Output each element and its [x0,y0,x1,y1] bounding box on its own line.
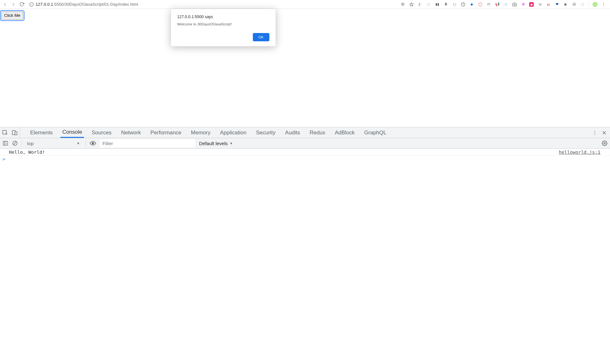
extension-icon[interactable]: ❤ [554,2,559,7]
extension-icon[interactable]: ◯ [478,2,483,7]
chrome-menu-icon[interactable] [601,2,606,7]
tab-performance[interactable]: Performance [149,127,183,138]
separator [86,140,86,146]
alert-title: 127.0.0.1:5500 says [177,15,269,19]
js-alert-dialog: 127.0.0.1:5500 says Welcome to 30DaysOfJ… [171,9,276,46]
svg-point-16 [594,132,595,133]
alert-actions: OK [177,33,269,41]
devtools-close-icon[interactable] [602,130,607,135]
dropdown-triangle-icon: ▼ [77,142,80,145]
tab-security[interactable]: Security [254,127,277,138]
extension-icon[interactable]: ▢ [452,2,457,7]
tab-application[interactable]: Application [218,127,248,138]
url-host: 127.0.0.1 [36,2,53,7]
tab-adblock[interactable]: AdBlock [333,127,357,138]
console-filter-input[interactable] [100,139,195,147]
extension-icon[interactable]: ✿ [521,2,526,7]
svg-point-9 [603,3,604,3]
alert-message: Welcome to 30DaysOfJavaScript! [177,22,269,26]
separator [22,140,22,146]
reload-button[interactable] [19,2,24,7]
site-info-icon[interactable] [29,2,34,7]
console-prompt[interactable]: > [0,156,610,163]
svg-point-17 [594,134,595,134]
separator [589,2,589,7]
svg-point-11 [603,5,604,6]
console-source-link[interactable]: helloworld.js:1 [559,150,606,155]
live-expression-eye-icon[interactable] [90,140,96,146]
extension-icon[interactable] [461,2,466,7]
back-button[interactable] [3,2,8,7]
extension-icon[interactable]: ◌ [426,2,431,7]
url-path: :5500/30DaysOfJavaScript/01-Day/index.ht… [53,2,138,7]
address-bar[interactable]: 127.0.0.1:5500/30DaysOfJavaScript/01-Day… [27,2,397,7]
tab-redux[interactable]: Redux [308,127,327,138]
extension-icon[interactable] [443,2,448,7]
console-message: Hello, World! [9,150,559,155]
tab-sources[interactable]: Sources [90,127,113,138]
extension-icon[interactable]: Ⓦ [572,2,577,7]
clear-console-icon[interactable] [12,140,18,146]
svg-marker-6 [410,3,413,6]
log-level-label: Default levels [199,141,228,146]
svg-point-10 [603,4,604,5]
svg-point-8 [514,4,516,5]
extension-icon[interactable]: ◌ [580,2,585,7]
bookmark-star-icon[interactable] [409,2,414,7]
log-level-select[interactable]: Default levels ▼ [199,141,233,146]
extension-icon[interactable]: ◆ [469,2,474,7]
prompt-caret-icon: > [3,157,5,162]
alert-ok-button[interactable]: OK [253,33,270,41]
tab-network[interactable]: Network [119,127,143,138]
svg-rect-20 [3,141,8,145]
devtools-panel: Elements Console Sources Network Perform… [0,127,610,364]
svg-point-25 [92,143,94,144]
page-viewport: Click Me 127.0.0.1:5500 says Welcome to … [0,9,610,127]
tab-console[interactable]: Console [60,127,84,138]
tab-audits[interactable]: Audits [283,127,302,138]
extension-icon[interactable]: ⇲ [537,2,542,7]
extension-icon[interactable]: ◘ [546,2,551,7]
profile-avatar-icon[interactable] [593,2,598,7]
console-output: Hello, World! helloworld.js:1 > [0,149,610,364]
browser-toolbar: 127.0.0.1:5500/30DaysOfJavaScript/01-Day… [0,0,610,9]
tab-memory[interactable]: Memory [189,127,212,138]
svg-rect-14 [15,131,17,135]
tab-elements[interactable]: Elements [28,127,55,138]
tab-graphql[interactable]: GraphQL [362,127,388,138]
console-settings-gear-icon[interactable] [602,140,607,146]
extension-icon[interactable]: ⨏. [418,2,423,7]
click-me-button[interactable]: Click Me [1,11,23,20]
extension-icon[interactable]: ◉ [563,2,568,7]
devtools-tab-bar: Elements Console Sources Network Perform… [0,127,610,138]
console-sidebar-toggle-icon[interactable] [3,140,8,146]
svg-point-26 [604,143,606,144]
execution-context-select[interactable]: top ▼ [26,139,82,147]
zoom-icon[interactable] [400,2,406,7]
extension-icon[interactable]: ▮▮ [435,2,440,7]
console-row[interactable]: Hello, World! helloworld.js:1 [0,149,610,156]
inspect-element-icon[interactable] [2,130,8,136]
extension-icon[interactable]: ◷ [503,2,509,7]
svg-line-24 [14,142,17,145]
console-toolbar: top ▼ Default levels ▼ [0,138,610,149]
context-label: top [27,141,34,146]
svg-point-15 [594,131,595,131]
url-text: 127.0.0.1:5500/30DaysOfJavaScript/01-Day… [36,2,138,7]
extension-icon[interactable] [512,2,517,7]
extension-icon[interactable]: ▣ [529,2,534,7]
forward-button[interactable] [11,2,16,7]
devtools-menu-icon[interactable] [592,130,597,135]
toolbar-right: ⨏. ◌ ▮▮ ▢ ◆ ◯ f? 📢 ◷ ✿ ▣ ⇲ ◘ ❤ ◉ Ⓦ ◌ [400,2,607,7]
device-toolbar-icon[interactable] [11,130,18,136]
extension-icon[interactable]: 📢 [495,2,500,7]
dropdown-triangle-icon: ▼ [230,142,233,145]
extension-icon[interactable]: f? [486,2,491,7]
svg-marker-22 [6,143,7,144]
